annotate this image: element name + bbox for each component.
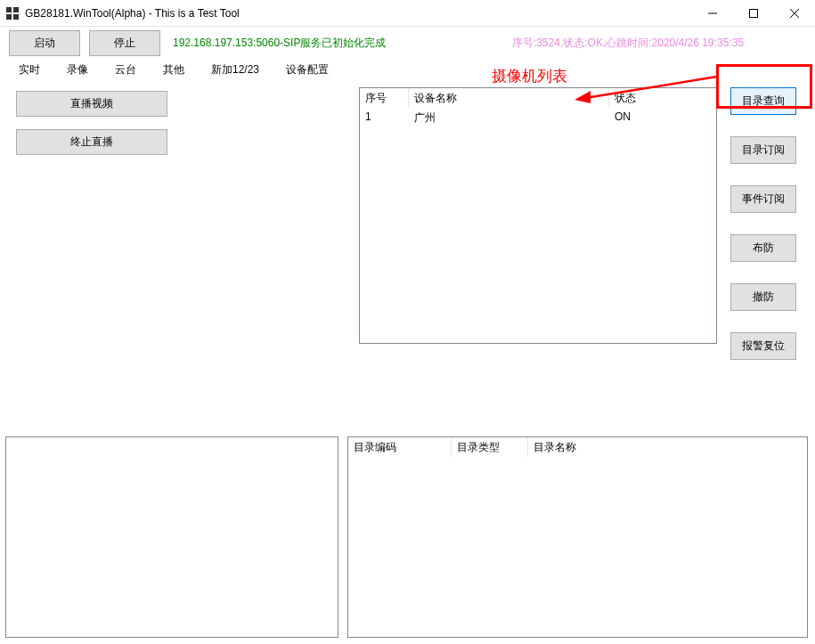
bottom-left-panel[interactable]: [5, 436, 338, 638]
alarm-reset-button[interactable]: 报警复位: [730, 332, 796, 360]
topbar: 启动 停止 192.168.197.153:5060-SIP服务已初始化完成 序…: [0, 27, 815, 59]
stop-live-button[interactable]: 终止直播: [16, 129, 167, 155]
heartbeat-status: 序号:3524,状态:OK,心跳时间:2020/4/26 19:35:35: [512, 36, 744, 51]
start-button[interactable]: 启动: [9, 30, 80, 56]
device-col-name[interactable]: 设备名称: [409, 88, 609, 107]
catalog-panel[interactable]: 目录编码 目录类型 目录名称: [347, 436, 808, 638]
titlebar: GB28181.WinTool(Alpha) - This is a Test …: [0, 0, 815, 27]
device-table[interactable]: 序号 设备名称 状态 1 广州 ON: [359, 87, 717, 344]
device-col-index[interactable]: 序号: [360, 88, 409, 107]
table-row[interactable]: 1 广州 ON: [360, 108, 716, 127]
svg-rect-0: [6, 7, 12, 12]
window-title: GB28181.WinTool(Alpha) - This is a Test …: [25, 7, 692, 20]
catalog-table-header: 目录编码 目录类型 目录名称: [348, 437, 807, 457]
device-col-status[interactable]: 状态: [609, 88, 707, 107]
disarm-button[interactable]: 撤防: [730, 283, 796, 311]
maximize-button[interactable]: [733, 0, 774, 26]
event-subscribe-button[interactable]: 事件订阅: [730, 185, 796, 213]
device-cell-name: 广州: [409, 108, 609, 127]
svg-rect-2: [6, 14, 12, 20]
sip-status: 192.168.197.153:5060-SIP服务已初始化完成: [173, 36, 386, 51]
annotation-highlight-box: [716, 64, 812, 109]
arm-button[interactable]: 布防: [730, 234, 796, 262]
catalog-subscribe-button[interactable]: 目录订阅: [730, 136, 796, 164]
catalog-col-code[interactable]: 目录编码: [348, 437, 452, 457]
device-cell-status: ON: [609, 108, 707, 127]
catalog-col-type[interactable]: 目录类型: [452, 437, 528, 457]
window-controls: [692, 0, 815, 26]
left-column: 直播视频 终止直播: [0, 80, 178, 155]
minimize-button[interactable]: [692, 0, 733, 26]
app-icon: [5, 6, 20, 20]
tab-deviceconfig[interactable]: 设备配置: [274, 59, 340, 79]
device-cell-index: 1: [360, 108, 409, 127]
svg-rect-5: [750, 9, 758, 17]
catalog-col-name[interactable]: 目录名称: [528, 437, 807, 457]
tab-new1223[interactable]: 新加12/23: [200, 59, 271, 79]
tab-realtime[interactable]: 实时: [7, 59, 52, 79]
main-row: 摄像机列表 直播视频 终止直播 序号 设备名称 状态 1 广州 ON 目录查询 …: [0, 80, 815, 347]
annotation-camera-list-label: 摄像机列表: [492, 66, 567, 86]
tab-recording[interactable]: 录像: [55, 59, 100, 79]
stop-button[interactable]: 停止: [89, 30, 160, 56]
svg-rect-1: [13, 7, 19, 12]
right-column: 目录查询 目录订阅 事件订阅 布防 撤防 报警复位: [730, 87, 805, 360]
tab-ptz[interactable]: 云台: [103, 59, 148, 79]
device-table-header: 序号 设备名称 状态: [360, 88, 716, 108]
tabs: 实时 录像 云台 其他 新加12/23 设备配置: [0, 59, 815, 80]
svg-rect-3: [13, 14, 19, 20]
tab-other[interactable]: 其他: [151, 59, 196, 79]
live-video-button[interactable]: 直播视频: [16, 91, 167, 117]
close-button[interactable]: [774, 0, 815, 26]
bottom-row: 目录编码 目录类型 目录名称: [5, 436, 808, 638]
